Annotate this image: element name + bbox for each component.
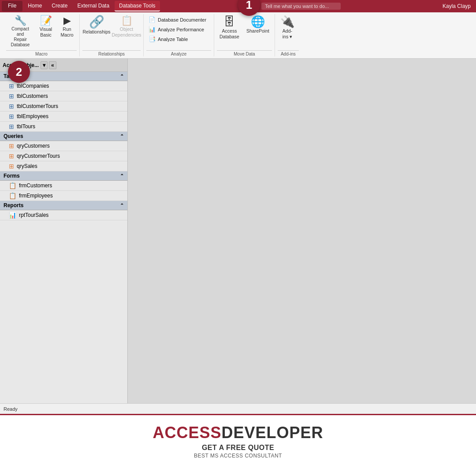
reports-label: Reports: [4, 202, 23, 208]
list-item[interactable]: ⊞ tblCustomerTours: [0, 101, 127, 112]
table-name: tblTours: [17, 123, 35, 130]
run-macro-label: RunMacro: [60, 26, 73, 37]
queries-collapse-icon: ⌃: [120, 134, 124, 139]
nav-collapse-button[interactable]: «: [49, 61, 56, 69]
nav-pane-controls: ▾ «: [41, 61, 56, 69]
table-icon: ⊞: [9, 93, 14, 100]
footer-branding: ACCESSDEVELOPER GET A FREE QUOTE BEST MS…: [0, 415, 476, 464]
forms-collapse-icon: ⌃: [120, 173, 124, 179]
visual-basic-button[interactable]: 📝 VisualBasic: [36, 14, 56, 39]
analyze-table-label: Analyze Table: [158, 37, 188, 42]
menu-create[interactable]: Create: [47, 1, 72, 11]
menu-database-tools[interactable]: Database Tools: [115, 1, 160, 11]
relationships-group-label: Relationships: [82, 50, 141, 56]
forms-section-header[interactable]: Forms ⌃: [0, 171, 127, 181]
analyze-performance-label: Analyze Performance: [158, 27, 204, 32]
add-ins-button[interactable]: 🔌 Add-ins ▾: [278, 14, 297, 41]
form-name: frmCustomers: [19, 182, 52, 189]
relationships-label: Relationships: [82, 29, 110, 35]
menu-home[interactable]: Home: [23, 1, 46, 11]
reports-section-header[interactable]: Reports ⌃: [0, 201, 127, 210]
move-data-group-label: Move Data: [217, 50, 272, 56]
sharepoint-button[interactable]: 🌐 SharePoint: [244, 14, 272, 36]
table-icon: ⊞: [9, 123, 14, 130]
list-item[interactable]: ⊞ tblEmployees: [0, 112, 127, 122]
form-icon: 📋: [9, 192, 16, 199]
sharepoint-label: SharePoint: [246, 28, 269, 34]
relationships-button[interactable]: 🔗 Relationships: [82, 14, 111, 37]
annotation-2-label: 2: [16, 65, 22, 79]
analyze-table-button[interactable]: 📑 Analyze Table: [146, 34, 211, 44]
menu-file[interactable]: File: [2, 1, 22, 11]
list-item[interactable]: ⊞ qryCustomers: [0, 141, 127, 151]
form-name: frmEmployees: [19, 193, 53, 199]
run-macro-button[interactable]: ▶ RunMacro: [57, 14, 77, 39]
reports-collapse-icon: ⌃: [120, 203, 124, 208]
move-data-group-items: 🗄 AccessDatabase 🌐 SharePoint: [217, 14, 272, 50]
table-icon: ⊞: [9, 82, 14, 89]
database-documenter-button[interactable]: 📄 Database Documenter: [146, 15, 211, 24]
report-name: rptTourSales: [19, 212, 48, 218]
brand-tagline: BEST MS ACCESS CONSULTANT: [194, 453, 282, 459]
annotation-1-label: 1: [246, 0, 252, 12]
menu-external-data[interactable]: External Data: [73, 1, 114, 11]
add-ins-label: Add-ins ▾: [283, 28, 292, 39]
brand-subtitle: GET A FREE QUOTE: [202, 444, 274, 452]
relationships-group-items: 🔗 Relationships 📋 ObjectDependencies: [82, 14, 141, 50]
list-item[interactable]: ⊞ qryCustomerTours: [0, 151, 127, 161]
analyze-performance-icon: 📊: [149, 26, 156, 33]
table-name: tblEmployees: [17, 113, 48, 119]
query-icon: ⊞: [9, 152, 14, 160]
list-item[interactable]: 📋 frmCustomers: [0, 181, 127, 191]
form-icon: 📋: [9, 182, 16, 189]
list-item[interactable]: 📊 rptTourSales: [0, 210, 127, 220]
add-ins-icon: 🔌: [280, 16, 294, 27]
analyze-group: 📄 Database Documenter 📊 Analyze Performa…: [144, 14, 214, 56]
relationships-icon: 🔗: [89, 16, 104, 28]
database-documenter-label: Database Documenter: [158, 17, 206, 22]
status-bar: Ready: [0, 403, 476, 414]
access-database-label: AccessDatabase: [219, 28, 239, 39]
macro-group-items: 🔧 Compact andRepair Database 📝 VisualBas…: [6, 14, 77, 50]
table-name: tblCustomers: [17, 93, 48, 99]
search-input[interactable]: [261, 3, 341, 10]
relationships-group: 🔗 Relationships 📋 ObjectDependencies Rel…: [80, 14, 144, 56]
search-area: [261, 3, 341, 10]
query-name: qrySales: [17, 163, 37, 169]
compact-repair-icon: 🔧: [15, 16, 26, 26]
analyze-group-label: Analyze: [146, 50, 211, 56]
brand-title: ACCESSDEVELOPER: [152, 424, 323, 442]
navigation-pane: Access Obje... ▾ « Tables ⌃ ⊞ tblCompani…: [0, 59, 128, 403]
list-item[interactable]: ⊞ tblCustomers: [0, 91, 127, 101]
macro-group-label: Macro: [6, 50, 77, 56]
status-text: Ready: [4, 406, 18, 412]
list-item[interactable]: ⊞ tblTours: [0, 122, 127, 132]
addins-group-label: Add-ins: [278, 50, 299, 56]
access-database-button[interactable]: 🗄 AccessDatabase: [217, 14, 242, 41]
query-icon: ⊞: [9, 142, 14, 149]
object-dependencies-icon: 📋: [121, 16, 133, 26]
compact-repair-button[interactable]: 🔧 Compact andRepair Database: [6, 14, 34, 49]
database-documenter-icon: 📄: [149, 16, 156, 23]
report-icon: 📊: [9, 212, 16, 219]
tables-collapse-icon: ⌃: [120, 74, 124, 79]
query-name: qryCustomerTours: [17, 153, 60, 159]
query-name: qryCustomers: [17, 143, 50, 149]
queries-label: Queries: [4, 133, 23, 139]
list-item[interactable]: 📋 frmEmployees: [0, 191, 127, 201]
nav-dropdown-button[interactable]: ▾: [41, 61, 48, 69]
brand-developer-text: DEVELOPER: [221, 424, 323, 442]
table-icon: ⊞: [9, 103, 14, 110]
queries-section-header[interactable]: Queries ⌃: [0, 132, 127, 141]
query-icon: ⊞: [9, 163, 14, 170]
compact-repair-label: Compact andRepair Database: [9, 26, 32, 48]
list-item[interactable]: ⊞ qrySales: [0, 161, 127, 171]
main-area: 2 Access Obje... ▾ « Tables ⌃ ⊞ tblCompa…: [0, 59, 476, 403]
ribbon-toolbar: 🔧 Compact andRepair Database 📝 VisualBas…: [0, 12, 476, 59]
access-database-icon: 🗄: [223, 16, 235, 27]
forms-label: Forms: [4, 173, 20, 179]
addins-group-items: 🔌 Add-ins ▾: [278, 14, 299, 50]
content-area: [128, 59, 476, 403]
analyze-performance-button[interactable]: 📊 Analyze Performance: [146, 25, 211, 34]
addins-group: 🔌 Add-ins ▾ Add-ins: [275, 14, 301, 56]
